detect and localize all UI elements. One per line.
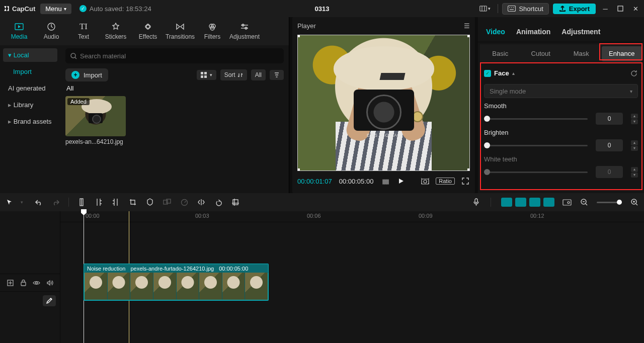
track-edit-icon[interactable]: [43, 295, 56, 306]
tab-animation[interactable]: Animation: [516, 28, 550, 39]
tab-filters[interactable]: Filters: [196, 22, 228, 40]
tab-media[interactable]: Media: [3, 22, 35, 40]
resize-handle[interactable]: [297, 168, 300, 171]
select-tool-icon[interactable]: [5, 198, 14, 207]
subtab-cutout[interactable]: Cutout: [521, 46, 561, 61]
mode-select[interactable]: Single mode ▾: [484, 84, 638, 98]
spinner-up-icon[interactable]: ▴: [631, 114, 638, 119]
mic-icon[interactable]: [471, 198, 480, 207]
tab-audio[interactable]: Audio: [35, 22, 67, 40]
mask-icon[interactable]: [145, 198, 154, 207]
spinner-down-icon[interactable]: ▾: [631, 119, 638, 124]
track-mute-icon[interactable]: [46, 280, 54, 286]
trim-left-icon[interactable]: [94, 198, 103, 207]
snap-1[interactable]: [501, 198, 512, 207]
crop-icon[interactable]: [128, 198, 137, 207]
search-input[interactable]: Search material: [65, 48, 284, 63]
tab-label: Stickers: [100, 33, 132, 40]
spinner[interactable]: ▴▾: [631, 140, 638, 151]
window-minimize-button[interactable]: ─: [600, 3, 611, 14]
undo-icon[interactable]: [34, 198, 43, 207]
sidebar-item-brand[interactable]: ▸ Brand assets: [3, 115, 57, 128]
resize-handle[interactable]: [297, 35, 300, 37]
menu-button[interactable]: Menu ▾: [40, 4, 71, 14]
group-icon[interactable]: [163, 198, 172, 207]
subtab-basic[interactable]: Basic: [480, 46, 521, 61]
sidebar-item-import[interactable]: Import: [3, 65, 57, 78]
crop2-icon[interactable]: [231, 198, 240, 207]
slider-thumb[interactable]: [484, 142, 490, 148]
redo-icon[interactable]: [51, 198, 60, 207]
spinner[interactable]: ▴▾: [631, 114, 638, 124]
sidebar-item-local[interactable]: ▾ Local: [3, 48, 57, 62]
resize-handle[interactable]: [467, 35, 470, 37]
resize-handle[interactable]: [467, 168, 470, 171]
subtab-enhance[interactable]: Enhance: [602, 46, 642, 61]
slider-value[interactable]: 0: [596, 139, 623, 151]
sidebar-item-ai[interactable]: AI generated: [3, 81, 57, 95]
sort-label: Sort: [224, 71, 235, 78]
reset-icon[interactable]: [630, 69, 638, 77]
timeline-ruler[interactable]: 00:00 00:03 00:06 00:09 00:12: [60, 211, 644, 222]
ratio-button[interactable]: Ratio: [436, 178, 455, 185]
zoom-thumb[interactable]: [617, 200, 622, 205]
sort-button[interactable]: Sort: [220, 69, 247, 80]
preview-quality-icon[interactable]: [562, 198, 572, 207]
layout-icon[interactable]: ▾: [479, 3, 491, 14]
window-maximize-button[interactable]: [615, 3, 626, 14]
tab-adjustment[interactable]: Adjustment: [228, 22, 261, 40]
select-dropdown-icon[interactable]: ▾: [17, 198, 26, 207]
slider-track[interactable]: [484, 145, 588, 146]
tab-transitions[interactable]: Transitions: [164, 22, 196, 40]
track-visibility-icon[interactable]: [33, 280, 41, 286]
sidebar-item-library[interactable]: ▸ Library: [3, 98, 57, 112]
mirror-icon[interactable]: [197, 198, 206, 207]
slider-thumb[interactable]: [484, 116, 490, 122]
player-panel: Player ☰ EOS DIGITAL 00:00:01:07 00:00:0…: [292, 17, 475, 193]
tab-effects[interactable]: Effects: [132, 22, 164, 40]
slider-value[interactable]: 0: [596, 113, 623, 125]
tab-adjustment[interactable]: Adjustment: [561, 28, 600, 39]
tab-video[interactable]: Video: [486, 28, 505, 39]
subtab-mask[interactable]: Mask: [561, 46, 602, 61]
spinner-down-icon[interactable]: ▾: [631, 146, 638, 151]
checkbox-icon[interactable]: ✓: [484, 70, 491, 77]
snap-4[interactable]: [543, 198, 554, 207]
snapshot-icon[interactable]: [421, 177, 430, 186]
ruler-tick: 00:03: [195, 213, 209, 219]
snap-2[interactable]: [515, 198, 526, 207]
compare-icon[interactable]: ▮▮▮: [380, 177, 389, 186]
collapse-icon[interactable]: ▴: [512, 70, 515, 76]
project-title[interactable]: 0313: [315, 5, 330, 13]
spinner-up-icon[interactable]: ▴: [631, 140, 638, 145]
track-lock-icon[interactable]: [20, 280, 28, 286]
filter-settings-button[interactable]: [270, 70, 284, 80]
import-button[interactable]: + Import: [65, 68, 108, 81]
fullscreen-icon[interactable]: [461, 177, 470, 186]
split-icon[interactable]: [77, 198, 86, 207]
timeline-clip[interactable]: Noise reduction pexels-andre-furtado-126…: [84, 264, 269, 301]
tab-stickers[interactable]: Stickers: [100, 22, 132, 40]
snap-3[interactable]: [529, 198, 540, 207]
speed-icon[interactable]: [180, 198, 189, 207]
zoom-slider[interactable]: [597, 202, 622, 203]
play-button[interactable]: [396, 177, 406, 186]
slider-track[interactable]: [484, 118, 588, 120]
media-thumb[interactable]: Added pexels-an...64210.jpg: [65, 96, 126, 145]
zoom-in-icon[interactable]: [630, 198, 639, 207]
timeline-tracks[interactable]: 00:00 00:03 00:06 00:09 00:12 Noise redu…: [60, 211, 644, 343]
export-button[interactable]: Export: [553, 4, 596, 14]
face-section-header[interactable]: ✓ Face ▴: [484, 69, 638, 77]
filter-all-button[interactable]: All: [251, 69, 266, 80]
slider-smooth: Smooth 0 ▴▾: [484, 102, 638, 125]
tab-text[interactable]: TI Text: [67, 22, 100, 40]
window-close-button[interactable]: ✕: [630, 3, 641, 14]
trim-right-icon[interactable]: [111, 198, 120, 207]
preview-canvas[interactable]: EOS DIGITAL: [297, 35, 470, 171]
rotate-icon[interactable]: [214, 198, 223, 207]
track-add-icon[interactable]: [7, 280, 15, 286]
zoom-out-icon[interactable]: [580, 198, 589, 207]
player-menu-icon[interactable]: ☰: [464, 22, 470, 30]
shortcut-button[interactable]: Shortcut: [502, 3, 548, 15]
view-grid-button[interactable]: ▾: [197, 70, 216, 80]
